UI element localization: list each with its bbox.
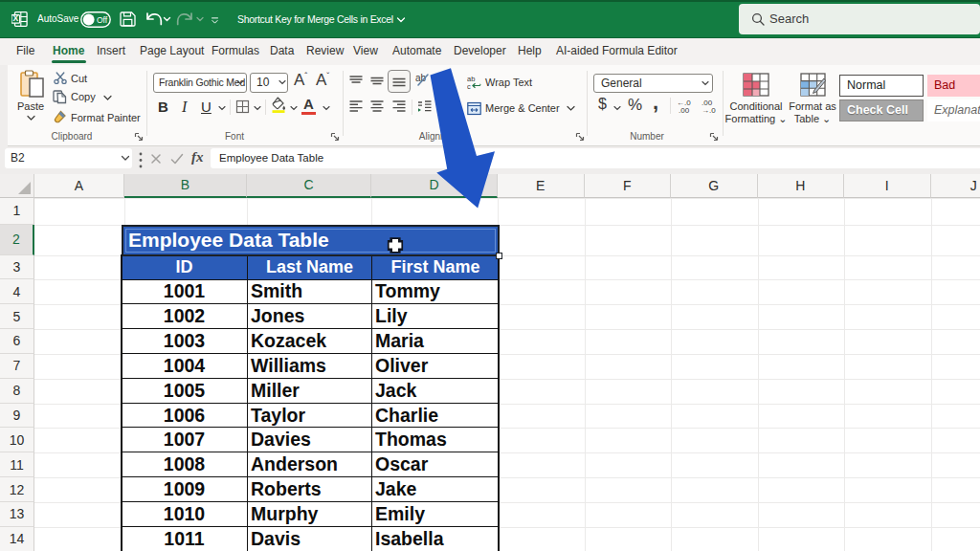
svg-text:Off: Off (97, 15, 108, 25)
svg-text:→.0: →.0 (702, 106, 716, 114)
svg-text:.00: .00 (679, 106, 690, 114)
svg-text:X: X (12, 13, 18, 23)
